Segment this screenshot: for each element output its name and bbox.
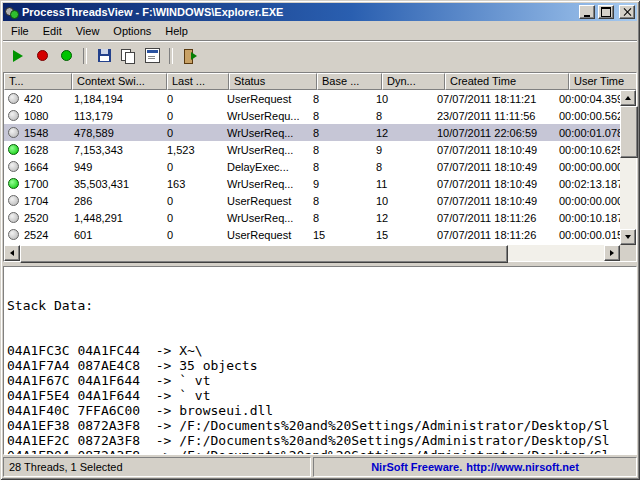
table-row[interactable]: 25201,448,2910WrUserReq...81207/07/2011 … [4, 209, 620, 226]
cell: 0 [163, 229, 223, 241]
stack-line: 04A1EF2C 0872A3F8 -> /F:/Documents%20and… [7, 433, 633, 448]
thread-list: T...Context Swi...Last ...StatusBase ...… [3, 72, 637, 262]
thread-id-cell: 2524 [4, 229, 70, 241]
suspend-icon [37, 50, 48, 61]
column-header[interactable]: T... [4, 73, 72, 90]
cell: 11 [372, 178, 433, 190]
column-header[interactable]: Created Time [445, 73, 569, 90]
vertical-scrollbar[interactable] [620, 90, 636, 245]
column-header[interactable]: Context Swi... [72, 73, 167, 90]
statusbar: 28 Threads, 1 Selected NirSoft Freeware.… [3, 455, 637, 477]
status-threads-panel: 28 Threads, 1 Selected [3, 457, 311, 477]
table-row[interactable]: 16287,153,3431,523WrUserReq...8907/07/20… [4, 141, 620, 158]
stack-line: 04A1F5E4 04A1F644 -> ` vt [7, 388, 633, 403]
thread-id-cell: 1080 [4, 110, 70, 122]
thread-list-rows: 4201,184,1940UserRequest81007/07/2011 18… [4, 90, 620, 245]
horizontal-scroll-thumb[interactable] [20, 245, 508, 263]
stack-line: 04A1FC3C 04A1FC44 -> X~\ [7, 343, 633, 358]
scroll-left-button[interactable] [4, 245, 20, 261]
cell: 113,179 [70, 110, 163, 122]
cell: WrUserReq... [223, 178, 309, 190]
stack-data-title: Stack Data: [7, 298, 633, 313]
table-row[interactable]: 4201,184,1940UserRequest81007/07/2011 18… [4, 90, 620, 107]
thread-id-cell: 1628 [4, 144, 70, 156]
cell: 00:00:00.000 [555, 161, 620, 173]
cell: UserRequest [223, 195, 309, 207]
vertical-scroll-thumb[interactable] [620, 106, 638, 158]
column-header[interactable]: Last ... [167, 73, 229, 90]
cell: 1,523 [163, 144, 223, 156]
maximize-button[interactable] [598, 5, 614, 19]
cell: 10/07/2011 22:06:59 [433, 127, 555, 139]
close-button[interactable] [619, 5, 635, 19]
toolbar-separator [83, 48, 87, 64]
arrow-left-icon [10, 250, 14, 256]
status-threads-text: 28 Threads, 1 Selected [9, 461, 123, 473]
scroll-down-button[interactable] [620, 229, 636, 245]
thread-id: 2520 [24, 212, 48, 224]
cell: WrUserReq... [223, 144, 309, 156]
cell: 07/07/2011 18:10:49 [433, 178, 555, 190]
freeware-label: NirSoft Freeware. [371, 461, 462, 473]
cell: 0 [163, 93, 223, 105]
table-row[interactable]: 16649490DelayExec...8807/07/2011 18:10:4… [4, 158, 620, 175]
thread-state-led [8, 212, 19, 223]
column-header[interactable]: Base ... [317, 73, 382, 90]
properties-icon [145, 48, 160, 63]
menu-item-file[interactable]: File [4, 23, 36, 39]
app-window: ProcessThreadsView - F:\WINDOWS\Explorer… [0, 0, 640, 480]
cell: 15 [372, 229, 433, 241]
run-button[interactable] [6, 45, 30, 67]
save-button[interactable] [92, 45, 116, 67]
scroll-right-button[interactable] [604, 245, 620, 261]
stack-line: 04A1F7A4 087AE4C8 -> 35 objects [7, 358, 633, 373]
menu-item-help[interactable]: Help [158, 23, 195, 39]
horizontal-scrollbar[interactable] [4, 245, 620, 261]
thread-id-cell: 420 [4, 93, 70, 105]
menu-item-edit[interactable]: Edit [36, 23, 69, 39]
cell: 1,448,291 [70, 212, 163, 224]
nirsoft-link[interactable]: http://www.nirsoft.net [466, 461, 579, 473]
copy-icon [121, 49, 135, 63]
cell: 0 [163, 212, 223, 224]
cell: 00:00:10.187 [555, 212, 620, 224]
column-header[interactable]: Status [229, 73, 317, 90]
copy-button[interactable] [116, 45, 140, 67]
properties-button[interactable] [140, 45, 164, 67]
cell: 9 [309, 178, 372, 190]
arrow-down-icon [625, 235, 631, 239]
table-row[interactable]: 170035,503,431163WrUserReq...91107/07/20… [4, 175, 620, 192]
thread-state-led [8, 110, 19, 121]
column-header[interactable]: User Time [569, 73, 636, 90]
cell: WrUserRequ... [223, 110, 309, 122]
close-icon [623, 8, 631, 16]
cell: 23/07/2011 11:11:56 [433, 110, 555, 122]
table-row[interactable]: 1548478,5890WrUserReq...81210/07/2011 22… [4, 124, 620, 141]
toolbar-separator [169, 48, 173, 64]
cell: 00:00:00.562 [555, 110, 620, 122]
cell: 00:02:13.187 [555, 178, 620, 190]
thread-id-cell: 1664 [4, 161, 70, 173]
cell: WrUserReq... [223, 212, 309, 224]
cell: 478,589 [70, 127, 163, 139]
maximize-icon [601, 7, 611, 17]
cell: 8 [372, 110, 433, 122]
table-row[interactable]: 25246010UserRequest151507/07/2011 18:11:… [4, 226, 620, 243]
minimize-icon [584, 15, 590, 17]
minimize-button[interactable] [579, 5, 595, 19]
table-row[interactable]: 17042860UserRequest81007/07/2011 18:10:4… [4, 192, 620, 209]
stack-line: 04A1F67C 04A1F644 -> ` vt [7, 373, 633, 388]
stack-data-pane[interactable]: Stack Data: 04A1FC3C 04A1FC44 -> X~\04A1… [3, 266, 637, 455]
stack-line: 04A1F40C 7FFA6C00 -> browseui.dll [7, 403, 633, 418]
suspend-thread-button[interactable] [30, 45, 54, 67]
menu-item-view[interactable]: View [69, 23, 107, 39]
menu-item-options[interactable]: Options [106, 23, 158, 39]
resume-thread-button[interactable] [54, 45, 78, 67]
table-row[interactable]: 1080113,1790WrUserRequ...8823/07/2011 11… [4, 107, 620, 124]
exit-button[interactable] [178, 45, 202, 67]
save-icon [98, 49, 111, 62]
titlebar[interactable]: ProcessThreadsView - F:\WINDOWS\Explorer… [3, 3, 637, 21]
column-header[interactable]: Dyn... [382, 73, 445, 90]
scroll-up-button[interactable] [620, 90, 636, 106]
exit-icon [183, 49, 197, 62]
